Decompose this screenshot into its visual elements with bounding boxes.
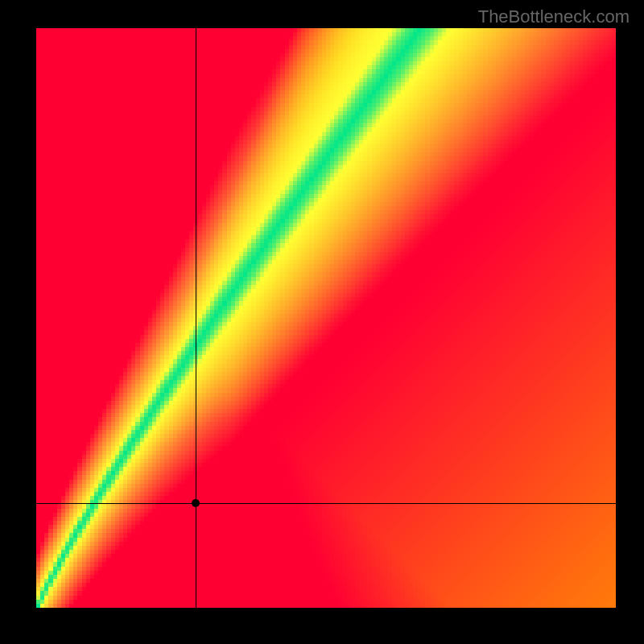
crosshair-vertical	[196, 28, 196, 608]
crosshair-horizontal	[36, 503, 616, 504]
heatmap-plot	[36, 28, 616, 608]
heatmap-canvas	[36, 28, 616, 608]
watermark-text: TheBottleneck.com	[478, 6, 630, 27]
selected-point-marker	[192, 499, 200, 507]
